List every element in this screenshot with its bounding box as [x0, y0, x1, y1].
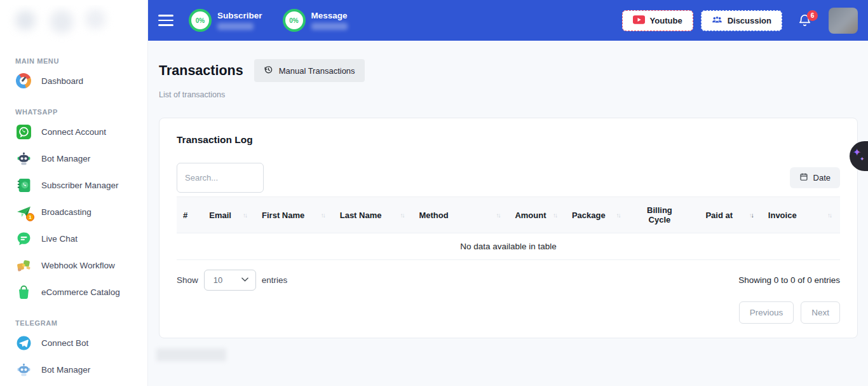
sidebar-item-dashboard[interactable]: Dashboard	[0, 67, 147, 94]
calendar-icon	[799, 172, 808, 183]
sort-icon: ↑↓	[243, 212, 249, 219]
sort-icon: ↑↓	[321, 212, 327, 219]
col-method[interactable]: Method↑↓	[412, 197, 508, 233]
robot-icon	[15, 150, 32, 167]
chevron-down-icon	[241, 275, 248, 285]
message-progress-ring: 0%	[283, 9, 306, 32]
sort-icon: ↑↓	[749, 212, 756, 219]
sidebar-section-main-menu: MAIN MENU	[15, 57, 147, 65]
sidebar-item-webhook-workflow[interactable]: Webhook Workflow	[0, 252, 147, 279]
message-stat-label: Message	[311, 11, 348, 20]
empty-table-row: No data available in table	[177, 233, 840, 260]
page-title: Transactions	[159, 63, 243, 79]
dashboard-gauge-icon	[15, 72, 32, 89]
sidebar-section-whatsapp: WHATSAPP	[15, 108, 147, 116]
next-button[interactable]: Next	[801, 301, 840, 324]
users-icon	[712, 15, 722, 26]
table-header-row: #↑↓ Email↑↓ First Name↑↓ Last Name↑↓ Met…	[177, 197, 840, 233]
sidebar-item-group-manager[interactable]: Group Manager	[0, 383, 147, 386]
sort-icon: ↑↓	[616, 212, 622, 219]
contact-book-phone-icon	[15, 177, 32, 193]
transactions-table: #↑↓ Email↑↓ First Name↑↓ Last Name↑↓ Met…	[177, 196, 840, 260]
notification-count-badge: 6	[807, 10, 818, 21]
sidebar-item-bot-manager-whatsapp[interactable]: Bot Manager	[0, 145, 147, 172]
main-content: Transactions Manual Transactions List of…	[148, 41, 868, 386]
footer-text-blurred	[156, 348, 226, 361]
sort-icon: ↑↓	[827, 212, 834, 219]
empty-message: No data available in table	[177, 233, 840, 260]
sort-icon: ↑↓	[400, 212, 406, 219]
manual-transactions-button[interactable]: Manual Transactions	[254, 59, 365, 82]
sidebar-item-broadcasting[interactable]: 1 Broadcasting	[0, 198, 147, 225]
youtube-button[interactable]: Youtube	[622, 10, 693, 31]
search-input[interactable]	[177, 163, 264, 193]
sidebar-section-telegram: TELEGRAM	[15, 319, 147, 327]
shopping-bag-icon	[15, 284, 32, 300]
sidebar-item-bot-manager-telegram[interactable]: Bot Manager	[0, 356, 147, 383]
show-label: Show	[177, 275, 198, 285]
app-window: MAIN MENU Dashboard WHATSAPP Connect Acc…	[0, 0, 868, 386]
sidebar-item-subscriber-manager[interactable]: Subscriber Manager	[0, 172, 147, 198]
col-paid-at[interactable]: Paid at↑↓	[699, 197, 761, 233]
col-first-name[interactable]: First Name↑↓	[255, 197, 334, 233]
sidebar-item-connect-bot[interactable]: Connect Bot	[0, 329, 147, 356]
col-amount[interactable]: Amount↑↓	[508, 197, 565, 233]
app-logo[interactable]	[5, 5, 141, 43]
sidebar-item-live-chat[interactable]: Live Chat	[0, 225, 147, 252]
transaction-log-card: Transaction Log Date #↑↓ Email↑↓	[159, 118, 858, 338]
sidebar-item-ecommerce-catalog[interactable]: eCommerce Catalog	[0, 279, 147, 305]
notifications-bell-icon[interactable]: 6	[797, 13, 812, 28]
subscriber-progress-ring: 0%	[189, 9, 212, 32]
sparkle-icon: ✦	[860, 156, 865, 162]
col-email[interactable]: Email↑↓	[203, 197, 255, 233]
whatsapp-icon	[15, 123, 32, 140]
message-stat-value-blurred	[311, 23, 348, 30]
topbar: 0% Subscriber 0% Message Youtube Discuss…	[148, 0, 868, 41]
logo-blurred-image	[5, 5, 141, 43]
message-stat: 0% Message	[283, 9, 348, 32]
subscriber-stat: 0% Subscriber	[189, 9, 262, 32]
col-last-name[interactable]: Last Name↑↓	[334, 197, 413, 233]
page-size-select[interactable]: 10	[204, 270, 256, 291]
youtube-icon	[633, 15, 645, 26]
col-package[interactable]: Package↑↓	[566, 197, 629, 233]
col-billing-cycle[interactable]: Billing Cycle↑↓	[628, 197, 699, 233]
showing-entries-text: Showing 0 to 0 of 0 entries	[738, 275, 840, 285]
menu-toggle-icon[interactable]	[158, 15, 173, 25]
sort-icon: ↑↓	[553, 212, 559, 219]
paper-plane-icon: 1	[15, 203, 32, 220]
user-avatar[interactable]	[829, 8, 858, 34]
discussion-button[interactable]: Discussion	[701, 10, 782, 31]
subscriber-stat-label: Subscriber	[217, 11, 262, 20]
subscriber-stat-value-blurred	[217, 23, 254, 30]
robot-blue-icon	[15, 361, 32, 378]
page-subtitle: List of transactions	[159, 90, 858, 99]
card-title: Transaction Log	[177, 134, 840, 146]
entries-label: entries	[262, 275, 288, 285]
history-icon	[264, 65, 273, 76]
col-invoice[interactable]: Invoice↑↓	[762, 197, 840, 233]
sidebar: MAIN MENU Dashboard WHATSAPP Connect Acc…	[0, 0, 148, 386]
date-filter-button[interactable]: Date	[790, 167, 840, 188]
broadcast-count-badge: 1	[26, 213, 34, 221]
puzzle-hands-icon	[15, 257, 32, 273]
chat-bubble-icon	[15, 230, 32, 247]
sort-icon: ↑↓	[496, 212, 502, 219]
previous-button[interactable]: Previous	[739, 301, 794, 324]
col-index: #↑↓	[177, 197, 203, 233]
telegram-icon	[15, 334, 32, 351]
sidebar-item-connect-account[interactable]: Connect Account	[0, 118, 147, 145]
